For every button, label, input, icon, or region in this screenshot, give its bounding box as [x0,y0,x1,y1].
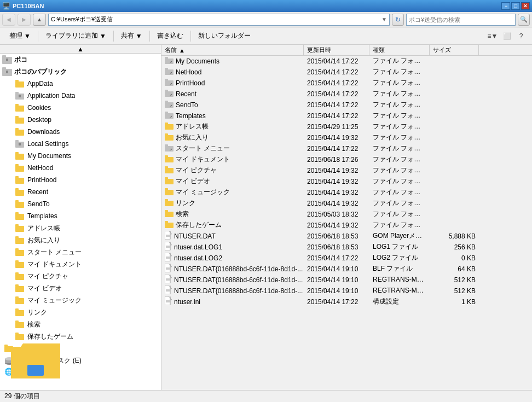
svg-rect-26 [15,190,24,196]
sidebar-item-label: マイ ミュージック [27,296,82,305]
forward-button[interactable]: ▶ [18,14,31,26]
folder-icon [15,79,25,89]
file-type: ファイル フォルダー [369,166,430,175]
svg-rect-58 [165,57,168,59]
file-icon: ↗ [165,90,174,98]
close-button[interactable]: ✕ [521,2,530,10]
sidebar-item-Downloads[interactable]: Downloads [0,126,161,138]
sidebar-item-label: 検索 [27,320,41,329]
organize-button[interactable]: 整理 ▼ [4,30,36,43]
sidebar-item-My Documents[interactable]: My Documents [0,150,161,162]
sidebar-item-PrintHood[interactable]: PrintHood [0,174,161,186]
table-row[interactable]: ntuser.ini 2015/04/14 17:22 構成設定 1 KB [161,296,532,307]
table-row[interactable]: ↗ Templates 2015/04/14 17:22 ファイル フォルダー [161,110,532,121]
svg-text:↗: ↗ [169,104,172,108]
sidebar-item-Local Settings[interactable]: Local Settings [0,138,161,150]
table-row[interactable]: 検索 2015/05/03 18:32 ファイル フォルダー [161,209,532,220]
sidebar-scroll-up[interactable]: ▲ [0,45,161,54]
sidebar-item-マイ ドキュメント[interactable]: マイ ドキュメント [0,258,161,270]
table-row[interactable]: ↗ NetHood 2015/04/14 17:22 ファイル フォルダー [161,67,532,78]
sidebar-item-Desktop[interactable]: Desktop [0,114,161,126]
file-icon [165,286,172,296]
sidebar-item-リンク[interactable]: リンク [0,306,161,318]
file-date: 2015/06/18 18:53 [304,243,369,251]
table-row[interactable]: ↗ SendTo 2015/04/14 17:22 ファイル フォルダー [161,100,532,110]
sidebar-item-お気に入り[interactable]: お気に入り [0,234,161,246]
table-row[interactable]: アドレス帳 2015/04/29 11:25 ファイル フォルダー [161,121,532,132]
table-row[interactable]: マイ ビデオ 2015/04/14 19:32 ファイル フォルダー [161,176,532,187]
share-arrow: ▼ [136,32,142,40]
col-size-header[interactable]: サイズ [430,45,479,55]
sidebar-item-Recent[interactable]: Recent [0,186,161,198]
title-bar: 🖥️ PC110BAN － □ ✕ [0,0,532,12]
share-button[interactable]: 共有 ▼ [116,30,147,43]
svg-rect-38 [15,262,24,268]
help-button[interactable]: ? [514,30,528,42]
new-folder-button[interactable]: 新しいフォルダー [193,30,256,43]
write-button[interactable]: 書き込む [152,30,188,43]
table-row[interactable]: NTUSER.DAT{016888bd-6c6f-11de-8d1d-... 2… [161,264,532,275]
col-name-header[interactable]: 名前 ▲ [161,45,304,55]
table-row[interactable]: マイ ピクチャ 2015/04/14 19:32 ファイル フォルダー [161,165,532,176]
sidebar-item-Templates[interactable]: Templates [0,210,161,222]
search-button[interactable]: 🔍 [518,14,530,26]
maximize-button[interactable]: □ [511,2,520,10]
sidebar-item-root1[interactable]: ポコ [0,54,161,66]
col-date-header[interactable]: 更新日時 [304,45,369,55]
table-row[interactable]: ↗ My Documents 2015/04/14 17:22 ファイル フォル… [161,56,532,67]
svg-rect-5 [6,71,8,73]
address-bar: ◀ ▶ ▲ ▼ ↻ 🔍 [0,12,532,27]
file-date: 2015/04/14 19:32 [304,222,369,229]
svg-rect-31 [15,212,19,214]
svg-rect-93 [165,210,168,212]
folder-icon [15,103,25,113]
sidebar-item-マイ ピクチャ[interactable]: マイ ピクチャ [0,270,161,282]
sidebar-item-Cookies[interactable]: Cookies [0,102,161,114]
sidebar-item-マイ ミュージック[interactable]: マイ ミュージック [0,294,161,306]
svg-text:↗: ↗ [169,71,172,75]
table-row[interactable]: NTUSER.DAT{016888bd-6c6f-11de-8d1d-... 2… [161,286,532,296]
file-name: ↗ NetHood [161,68,304,77]
minimize-button[interactable]: － [501,2,510,10]
col-type-header[interactable]: 種類 [369,45,430,55]
svg-rect-23 [15,164,19,166]
add-to-library-label: ライブラリに追加 [45,31,98,40]
table-row[interactable]: ntuser.dat.LOG2 2015/04/14 17:22 LOG2 ファ… [161,253,532,264]
table-row[interactable]: ↗ Recent 2015/04/14 17:22 ファイル フォルダー [161,89,532,100]
view-dropdown-button[interactable]: ≡▼ [486,30,499,42]
add-to-library-button[interactable]: ライブラリに追加 ▼ [41,30,111,43]
file-name: マイ ドキュメント [161,155,304,164]
file-name: NTUSER.DAT{016888bd-6c6f-11de-8d1d-... [161,264,304,274]
up-button[interactable]: ▲ [33,14,46,26]
sidebar-item-検索[interactable]: 検索 [0,318,161,330]
sidebar-item-スタート メニュー[interactable]: スタート メニュー [0,246,161,258]
sidebar-item-AppData[interactable]: AppData [0,78,161,90]
table-row[interactable]: マイ ミュージック 2015/04/14 19:32 ファイル フォルダー [161,187,532,198]
table-row[interactable]: 保存したゲーム 2015/04/14 19:32 ファイル フォルダー [161,220,532,231]
file-name: ↗ My Documents [161,57,304,66]
search-input[interactable] [409,16,513,23]
address-dropdown-arrow[interactable]: ▼ [381,16,387,22]
table-row[interactable]: マイ ドキュメント 2015/06/18 17:26 ファイル フォルダー [161,154,532,165]
sidebar-item-マイ ビデオ[interactable]: マイ ビデオ [0,282,161,294]
table-row[interactable]: リンク 2015/04/14 19:32 ファイル フォルダー [161,198,532,209]
sidebar-item-Application Data[interactable]: Application Data [0,90,161,102]
table-row[interactable]: ntuser.dat.LOG1 2015/06/18 18:53 LOG1 ファ… [161,242,532,253]
table-row[interactable]: NTUSER.DAT 2015/06/18 18:53 GOM Playerメデ… [161,231,532,242]
svg-rect-4 [2,67,6,70]
sidebar-item-NetHood[interactable]: NetHood [0,162,161,174]
sidebar-item-SendTo[interactable]: SendTo [0,198,161,210]
back-button[interactable]: ◀ [2,14,15,26]
search-wrapper [406,14,516,26]
sidebar-item-アドレス帳[interactable]: アドレス帳 [0,222,161,234]
table-row[interactable]: NTUSER.DAT{016888bd-6c6f-11de-8d1d-... 2… [161,275,532,286]
file-date: 2015/04/14 17:22 [304,90,369,98]
pane-button[interactable]: ⬜ [500,30,513,42]
go-button[interactable]: ↻ [392,14,404,26]
table-row[interactable]: お気に入り 2015/04/14 19:32 ファイル フォルダー [161,132,532,143]
address-input[interactable] [51,16,381,23]
sidebar-item-root2[interactable]: ポコのパブリック [0,66,161,78]
table-row[interactable]: ↗ PrintHood 2015/04/14 17:22 ファイル フォルダー [161,78,532,89]
svg-rect-95 [165,221,168,223]
table-row[interactable]: ↗ スタート メニュー 2015/04/14 17:22 ファイル フォルダー [161,143,532,154]
